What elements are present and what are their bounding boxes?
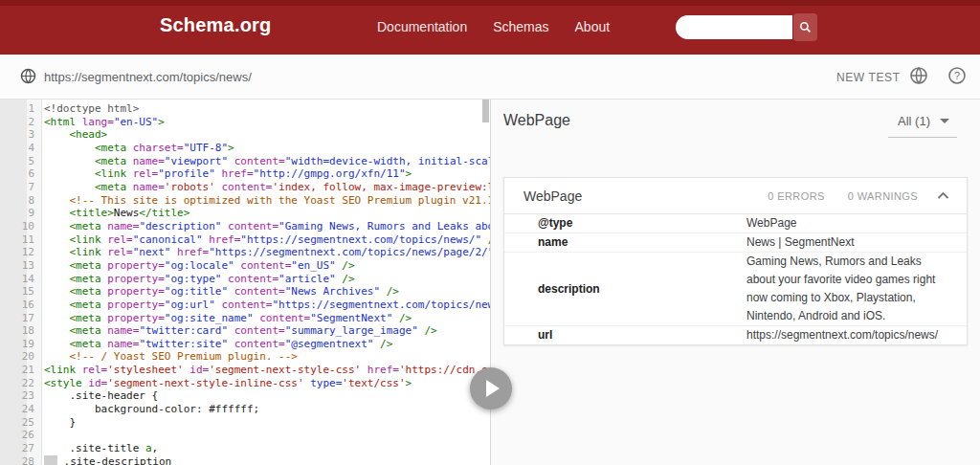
new-test-button[interactable]: NEW TEST [836,71,901,84]
line-number: 15 [0,285,38,299]
line-number: 12 [0,246,38,259]
line-number: 11 [0,233,38,247]
tested-url[interactable]: https://segmentnext.com/topics/news/ [44,70,252,84]
line-number: 1 [0,102,38,116]
code-line: 21<link rel='stylesheet' id='segment-nex… [0,364,490,377]
code-line: 2<html lang="en-US"> [0,116,490,129]
property-name: url [504,326,746,344]
property-name: name [504,233,746,252]
result-panel: WebPage All (1) WebPage 0 ERRORS 0 WARNI… [490,100,980,465]
property-value: https://segmentnext.com/topics/news/ [746,326,967,344]
code-line: 5 <meta name="viewport" content="width=d… [0,155,490,168]
result-header: WebPage All (1) [503,112,957,138]
chevron-down-icon [940,119,949,123]
nav-documentation[interactable]: Documentation [377,19,467,34]
line-number: 25 [0,416,38,430]
web-icon[interactable] [909,66,928,89]
property-name: @type [504,214,746,232]
code-line: 6 <link rel="profile" href="http://gmpg.… [0,167,490,181]
search-icon [799,21,812,33]
line-number: 7 [0,181,38,194]
line-number: 6 [0,167,38,181]
warnings-badge: 0 WARNINGS [848,190,918,202]
code-line: 19 <meta name="twitter:site" content="@s… [0,338,490,351]
property-value: WebPage [746,214,967,232]
line-number: 10 [0,220,38,233]
table-row: @typeWebPage [504,214,967,233]
line-number: 26 [0,429,38,442]
code-line: 16 <meta property="og:url" content="http… [0,299,490,312]
url-toolbar: https://segmentnext.com/topics/news/ NEW… [0,55,980,100]
result-filter-select[interactable]: All (1) [888,112,957,138]
table-row: urlhttps://segmentnext.com/topics/news/ [504,326,967,344]
code-line: 26 [0,429,490,442]
code-line: 28 .site-description [0,455,490,465]
code-line: 24 background-color: #ffffff; [0,403,490,416]
code-line: 13 <meta property="og:locale" content="e… [0,259,490,273]
code-line: 17 <meta property="og:site_name" content… [0,312,490,325]
app-header: Schema.org Documentation Schemas About [0,0,980,55]
search-input[interactable] [676,15,792,39]
globe-icon [20,68,36,88]
line-number: 20 [0,350,38,364]
code-line: 1<!doctype html> [0,102,490,116]
highlight-marker [44,455,57,465]
code-line: 7 <meta name='robots' content='index, fo… [0,181,490,194]
table-row: descriptionGaming News, Rumors and Leaks… [504,253,967,326]
line-number: 21 [0,364,38,377]
line-number: 5 [0,155,38,168]
code-line: 15 <meta property="og:title" content="Ne… [0,285,490,299]
result-type-title: WebPage [503,112,570,129]
line-number: 3 [0,128,38,142]
run-test-fab[interactable] [470,367,512,410]
code-line: 22<style id='segment-next-style-inline-c… [0,377,490,390]
property-name: description [504,280,746,299]
line-number: 28 [0,455,38,465]
line-number: 22 [0,377,38,390]
code-line: 3 <head> [0,128,490,142]
code-line: 23 .site-header { [0,389,490,403]
code-line: 11 <link rel="canonical" href="https://s… [0,233,490,247]
header-search [676,13,817,41]
code-line: 4 <meta charset="UTF-8"> [0,142,490,155]
svg-text:?: ? [954,70,960,81]
collapse-button[interactable] [935,189,951,202]
line-number: 16 [0,299,38,312]
play-icon [486,380,500,397]
result-card-title: WebPage [523,188,768,204]
code-line: 12 <link rel="next" href="https://segmen… [0,246,490,259]
line-number: 17 [0,312,38,325]
schema-org-logo[interactable]: Schema.org [160,14,271,36]
nav-schemas[interactable]: Schemas [493,19,548,34]
property-value: Gaming News, Rumors and Leaks about your… [746,253,967,325]
code-line: 18 <meta name="twitter:card" content="su… [0,324,490,338]
code-line: 27 .site-title a, [0,442,490,455]
line-number: 27 [0,442,38,455]
code-line: 9 <title>News</title> [0,207,490,220]
search-button[interactable] [793,13,817,41]
line-number: 23 [0,389,38,403]
property-table: @typeWebPagenameNews | SegmentNextdescri… [504,214,967,344]
result-card-header[interactable]: WebPage 0 ERRORS 0 WARNINGS [504,178,967,214]
line-number: 24 [0,403,38,416]
help-icon[interactable]: ? [947,66,967,89]
chevron-up-icon [937,191,949,200]
property-value: News | SegmentNext [746,233,967,252]
code-scrollbar-thumb[interactable] [482,100,489,122]
code-line: 20 <!-- / Yoast SEO Premium plugin. --> [0,350,490,364]
result-card: WebPage 0 ERRORS 0 WARNINGS @typeWebPage… [503,177,968,345]
code-line: 10 <meta name="description" content="Gam… [0,220,490,233]
line-number: 18 [0,324,38,338]
line-number: 9 [0,207,38,220]
line-number: 19 [0,338,38,351]
code-line: 25 } [0,416,490,430]
line-number: 4 [0,142,38,155]
code-editor[interactable]: 1<!doctype html>2<html lang="en-US">3 <h… [0,100,490,465]
main-nav: Documentation Schemas About [377,19,610,34]
code-line: 14 <meta property="og:type" content="art… [0,273,490,286]
nav-about[interactable]: About [575,19,611,34]
line-number: 8 [0,194,38,208]
line-number: 13 [0,259,38,273]
errors-badge: 0 ERRORS [768,190,824,202]
code-line: 8 <!-- This site is optimized with the Y… [0,194,490,208]
